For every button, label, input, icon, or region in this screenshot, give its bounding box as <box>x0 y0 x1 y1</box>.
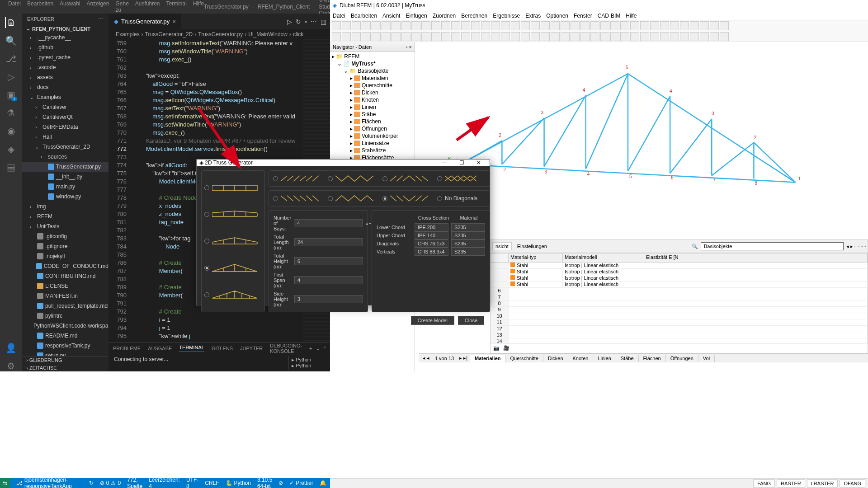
tab-settings[interactable]: Einstellungen <box>514 243 550 250</box>
terminal-output[interactable]: Connecting to server... <box>114 356 288 370</box>
menu-bearbeiten[interactable]: Bearbeiten <box>27 0 53 13</box>
material-input[interactable] <box>451 223 485 231</box>
create-model-button[interactable]: Create Model <box>411 316 454 325</box>
toolbar-button[interactable] <box>640 32 649 41</box>
terminal-tab[interactable]: AUSGABE <box>148 346 172 351</box>
sync-button[interactable]: ↻ <box>89 480 94 486</box>
object-type-combo[interactable] <box>701 242 844 250</box>
snap-toggle[interactable]: OFANG <box>840 479 865 488</box>
tree-item[interactable]: .nojekyll <box>22 251 108 261</box>
snap-toggle[interactable]: LRASTER <box>807 479 838 488</box>
toolbar-button[interactable] <box>461 21 470 30</box>
truss-shape-radio[interactable] <box>204 212 209 217</box>
tree-item[interactable]: ›sources <box>22 152 108 162</box>
nav-item[interactable]: ▸ Flächen <box>331 118 414 125</box>
tree-item[interactable]: MANIFEST.in <box>22 291 108 301</box>
toolbar-button[interactable] <box>660 32 669 41</box>
toolbar-button[interactable] <box>401 21 410 30</box>
table-tab[interactable]: Knoten <box>568 355 594 362</box>
tree-item[interactable]: responsiveTank.py <box>22 341 108 351</box>
toolbar-button[interactable] <box>392 32 401 41</box>
menu-item[interactable]: Extras <box>525 13 541 19</box>
video-icon[interactable]: 🎥 <box>503 345 509 351</box>
toolbar-button[interactable] <box>411 21 420 30</box>
new-terminal-icon[interactable]: + <box>309 346 312 351</box>
layout-icon[interactable]: ▥ <box>321 18 326 25</box>
account-icon[interactable]: 👤 <box>5 343 16 353</box>
toolbar-button[interactable] <box>690 32 699 41</box>
menu-auswahl[interactable]: Auswahl <box>60 0 80 13</box>
split-icon[interactable]: ▫ <box>305 18 307 25</box>
toolbar-button[interactable] <box>392 21 401 30</box>
encoding[interactable]: UTF-8 <box>186 470 198 488</box>
tree-item[interactable]: ›docs <box>22 82 108 92</box>
tree-item[interactable]: ⌄TrussGenerator_2D <box>22 142 108 152</box>
cross-section-input[interactable] <box>415 223 448 231</box>
table-tab[interactable]: Linien <box>593 355 616 362</box>
toolbar-button[interactable] <box>382 32 391 41</box>
search-icon[interactable]: 🔍 <box>5 35 16 46</box>
tree-item[interactable]: ›assets <box>22 72 108 82</box>
toolbar-button[interactable] <box>461 32 470 41</box>
toolbar-button[interactable] <box>411 32 420 41</box>
nav-root[interactable]: ▸ 📁 RFEM <box>331 53 414 60</box>
toolbar-button[interactable] <box>640 21 649 30</box>
run-debug-icon[interactable]: ▷ <box>5 71 16 82</box>
tree-item[interactable]: ›.pytest_cache <box>22 52 108 62</box>
breadcrumb[interactable]: Examples›TrussGenerator_2D›TrussGenerato… <box>108 29 330 39</box>
toolbar-button[interactable] <box>600 32 609 41</box>
table-row[interactable]: StahlIsotrop | Linear elastisch <box>491 263 868 269</box>
toolbar-button[interactable] <box>491 21 500 30</box>
language-mode[interactable]: 🐍 Python <box>226 470 251 488</box>
menu-ausführen[interactable]: Ausführen <box>135 0 160 13</box>
debug-icon[interactable]: ↻ <box>296 18 301 25</box>
toolbar-button[interactable] <box>451 21 460 30</box>
minimize-button[interactable]: ─ <box>436 160 453 166</box>
toolbar-button[interactable] <box>670 32 679 41</box>
table-tab[interactable]: Querschnitte <box>506 355 543 362</box>
toolbar-button[interactable] <box>481 21 490 30</box>
material-input[interactable] <box>451 248 485 256</box>
tree-item[interactable]: pull_request_template.md <box>22 301 108 311</box>
toolbar-button[interactable] <box>660 21 669 30</box>
toolbar-button[interactable] <box>580 32 590 41</box>
table-tab[interactable]: Materialien <box>470 355 505 362</box>
maximize-panel-icon[interactable]: ^ <box>324 346 326 351</box>
toolbar-button[interactable] <box>541 21 550 30</box>
nav-item[interactable]: ▸ Stabsätze <box>331 147 414 154</box>
menu-datei[interactable]: Datei <box>8 0 21 13</box>
toolbar-button[interactable] <box>650 21 659 30</box>
nav-item[interactable]: ▸ Dicken <box>331 89 414 96</box>
truss-shape-radio[interactable] <box>204 266 209 271</box>
toolbar-button[interactable] <box>680 32 689 41</box>
toolbar-button[interactable] <box>382 21 391 30</box>
truss-shape-radio[interactable] <box>204 185 209 190</box>
run-icon[interactable]: ▷ <box>287 18 292 25</box>
menu-anzeigen[interactable]: Anzeigen <box>86 0 109 13</box>
tree-item[interactable]: setup.py <box>22 351 108 356</box>
menu-terminal[interactable]: Terminal <box>166 0 187 13</box>
remote-indicator[interactable]: ⇆ <box>0 478 10 488</box>
material-input[interactable] <box>451 231 485 239</box>
menu-gehe zu[interactable]: Gehe zu <box>115 0 128 13</box>
tree-item[interactable]: TrussGenerator.py <box>22 162 108 172</box>
tree-item[interactable]: ›GetRFEMData <box>22 122 108 132</box>
col-material-type[interactable]: Material-typ <box>509 253 563 262</box>
first-span-input[interactable] <box>294 276 363 284</box>
no-diagonals-radio[interactable] <box>437 196 442 201</box>
extensions-icon[interactable]: ▣1 <box>5 89 16 100</box>
close-button[interactable]: ✕ <box>471 160 487 166</box>
tree-item[interactable]: pylintrc <box>22 311 108 321</box>
breadcrumb-item[interactable]: Examples <box>116 31 140 38</box>
snap-toggle[interactable]: FANG <box>753 479 775 488</box>
dropdown-icon[interactable]: ⌄ <box>316 346 320 352</box>
menu-item[interactable]: Zuordnen <box>433 13 456 19</box>
menu-item[interactable]: Optionen <box>546 13 568 19</box>
tree-item[interactable]: ›img <box>22 202 108 211</box>
toolbar-button[interactable] <box>561 32 570 41</box>
menu-item[interactable]: Berechnen <box>461 13 487 19</box>
table-tab[interactable]: Vol <box>698 355 715 362</box>
menu-hilfe[interactable]: Hilfe <box>193 0 204 13</box>
cross-section-input[interactable] <box>415 239 448 248</box>
toolbar-button[interactable] <box>372 21 381 30</box>
